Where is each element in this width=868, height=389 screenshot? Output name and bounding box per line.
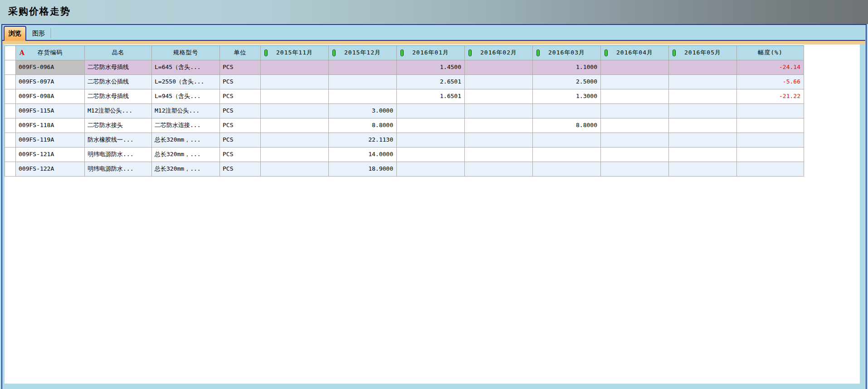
- cell-code[interactable]: 009FS-118A: [16, 118, 85, 133]
- tab-graph[interactable]: 图形: [28, 27, 49, 40]
- col-header-m2016_03[interactable]: 2016年03月: [533, 46, 601, 60]
- cell-m2016_01[interactable]: 1.4500: [397, 60, 465, 75]
- col-header-m2015_12[interactable]: 2015年12月: [329, 46, 397, 60]
- cell-unit[interactable]: PCS: [220, 104, 261, 118]
- cell-m2016_03[interactable]: [533, 162, 601, 177]
- cell-spec[interactable]: L=645（含头...: [152, 60, 220, 75]
- cell-m2016_04[interactable]: [601, 75, 669, 89]
- cell-m2015_11[interactable]: [261, 89, 329, 104]
- cell-code[interactable]: 009FS-098A: [16, 89, 85, 104]
- cell-m2016_03[interactable]: 1.1000: [533, 60, 601, 75]
- cell-name[interactable]: 防水橡胶线一...: [85, 133, 152, 148]
- cell-m2015_11[interactable]: [261, 104, 329, 118]
- cell-unit[interactable]: PCS: [220, 133, 261, 148]
- cell-m2015_11[interactable]: [261, 75, 329, 89]
- cell-m2016_02[interactable]: [465, 118, 533, 133]
- cell-m2016_01[interactable]: [397, 133, 465, 148]
- cell-code[interactable]: 009FS-122A: [16, 162, 85, 177]
- cell-m2016_01[interactable]: [397, 104, 465, 118]
- row-selector[interactable]: [5, 118, 16, 133]
- cell-unit[interactable]: PCS: [220, 75, 261, 89]
- cell-range[interactable]: [737, 118, 804, 133]
- cell-unit[interactable]: PCS: [220, 118, 261, 133]
- cell-m2015_12[interactable]: 14.0000: [329, 148, 397, 162]
- cell-m2016_02[interactable]: [465, 104, 533, 118]
- cell-code[interactable]: 009FS-121A: [16, 148, 85, 162]
- cell-range[interactable]: [737, 162, 804, 177]
- cell-m2015_11[interactable]: [261, 118, 329, 133]
- cell-m2016_01[interactable]: [397, 162, 465, 177]
- cell-range[interactable]: [737, 148, 804, 162]
- cell-m2015_11[interactable]: [261, 60, 329, 75]
- row-selector[interactable]: [5, 60, 16, 75]
- cell-name[interactable]: 二芯防水接头: [85, 118, 152, 133]
- row-selector[interactable]: [5, 104, 16, 118]
- cell-code[interactable]: 009FS-119A: [16, 133, 85, 148]
- cell-spec[interactable]: L=2550（含头...: [152, 75, 220, 89]
- cell-spec[interactable]: M12注塑公头...: [152, 104, 220, 118]
- col-header-unit[interactable]: 单位: [220, 46, 261, 60]
- cell-m2016_02[interactable]: [465, 60, 533, 75]
- cell-unit[interactable]: PCS: [220, 162, 261, 177]
- cell-m2015_12[interactable]: 8.8000: [329, 118, 397, 133]
- cell-m2016_02[interactable]: [465, 162, 533, 177]
- cell-unit[interactable]: PCS: [220, 60, 261, 75]
- cell-m2016_04[interactable]: [601, 104, 669, 118]
- cell-m2015_11[interactable]: [261, 148, 329, 162]
- cell-code[interactable]: 009FS-115A: [16, 104, 85, 118]
- cell-m2016_05[interactable]: [669, 162, 737, 177]
- col-header-spec[interactable]: 规格型号: [152, 46, 220, 60]
- col-header-name[interactable]: 品名: [85, 46, 152, 60]
- cell-m2015_12[interactable]: 18.9000: [329, 162, 397, 177]
- cell-m2015_12[interactable]: 3.0000: [329, 104, 397, 118]
- cell-range[interactable]: -5.66: [737, 75, 804, 89]
- cell-m2016_04[interactable]: [601, 162, 669, 177]
- col-header-m2016_04[interactable]: 2016年04月: [601, 46, 669, 60]
- row-selector[interactable]: [5, 133, 16, 148]
- cell-name[interactable]: 二芯防水母插线: [85, 89, 152, 104]
- cell-m2016_02[interactable]: [465, 133, 533, 148]
- cell-unit[interactable]: PCS: [220, 89, 261, 104]
- cell-m2016_04[interactable]: [601, 60, 669, 75]
- cell-name[interactable]: 明纬电源防水...: [85, 162, 152, 177]
- row-selector[interactable]: [5, 89, 16, 104]
- cell-m2015_12[interactable]: [329, 60, 397, 75]
- cell-range[interactable]: [737, 104, 804, 118]
- cell-m2015_12[interactable]: [329, 75, 397, 89]
- col-header-m2016_02[interactable]: 2016年02月: [465, 46, 533, 60]
- col-header-code[interactable]: A存货编码: [16, 46, 85, 60]
- col-header-m2016_01[interactable]: 2016年01月: [397, 46, 465, 60]
- cell-spec[interactable]: 总长320mm，...: [152, 133, 220, 148]
- cell-m2016_01[interactable]: [397, 148, 465, 162]
- cell-spec[interactable]: 总长320mm，...: [152, 148, 220, 162]
- cell-unit[interactable]: PCS: [220, 148, 261, 162]
- cell-m2016_05[interactable]: [669, 118, 737, 133]
- cell-m2016_05[interactable]: [669, 133, 737, 148]
- cell-m2016_02[interactable]: [465, 148, 533, 162]
- col-header-m2015_11[interactable]: 2015年11月: [261, 46, 329, 60]
- cell-name[interactable]: 明纬电源防水...: [85, 148, 152, 162]
- cell-range[interactable]: -21.22: [737, 89, 804, 104]
- cell-range[interactable]: -24.14: [737, 60, 804, 75]
- cell-name[interactable]: 二芯防水公插线: [85, 75, 152, 89]
- cell-m2016_04[interactable]: [601, 148, 669, 162]
- cell-m2016_02[interactable]: [465, 75, 533, 89]
- tab-browse[interactable]: 浏览: [4, 26, 26, 41]
- row-selector[interactable]: [5, 148, 16, 162]
- cell-spec[interactable]: 二芯防水连接...: [152, 118, 220, 133]
- cell-spec[interactable]: 总长320mm，...: [152, 162, 220, 177]
- col-header-range[interactable]: 幅度(%): [737, 46, 804, 60]
- cell-m2016_04[interactable]: [601, 89, 669, 104]
- cell-m2016_05[interactable]: [669, 75, 737, 89]
- cell-spec[interactable]: L=945（含头...: [152, 89, 220, 104]
- cell-m2016_02[interactable]: [465, 89, 533, 104]
- cell-m2016_05[interactable]: [669, 148, 737, 162]
- cell-m2016_04[interactable]: [601, 133, 669, 148]
- cell-m2016_01[interactable]: 1.6501: [397, 89, 465, 104]
- cell-range[interactable]: [737, 133, 804, 148]
- cell-m2016_01[interactable]: 2.6501: [397, 75, 465, 89]
- cell-m2015_12[interactable]: [329, 89, 397, 104]
- cell-m2015_12[interactable]: 22.1130: [329, 133, 397, 148]
- cell-m2016_05[interactable]: [669, 60, 737, 75]
- cell-code[interactable]: 009FS-096A: [16, 60, 85, 75]
